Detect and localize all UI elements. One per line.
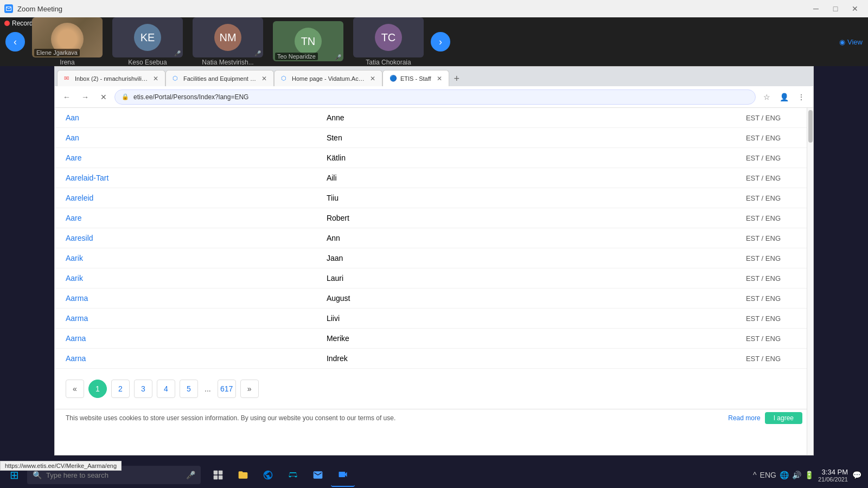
person-link[interactable]: Aarelaid-Tart xyxy=(66,174,108,182)
tab-label-1: Inbox (2) - nmachurishvili@cu.e... xyxy=(75,75,148,82)
i-agree-button[interactable]: I agree xyxy=(765,412,802,424)
person-link[interactable]: Aan xyxy=(66,113,79,122)
reload-button[interactable]: ✕ xyxy=(96,89,111,105)
page-4-button[interactable]: 4 xyxy=(157,380,175,398)
back-button[interactable]: ← xyxy=(59,89,74,105)
zoom-next-button[interactable]: › xyxy=(431,32,450,52)
cookie-message: This website uses cookies to store user … xyxy=(66,414,724,422)
participant-3: NM 🎤 Natia Mestvirish... xyxy=(190,17,266,66)
close-button[interactable]: ✕ xyxy=(846,1,864,16)
mail-button[interactable] xyxy=(306,463,330,487)
person-link[interactable]: Aarna xyxy=(66,334,86,343)
microphone-icon[interactable]: 🎤 xyxy=(186,471,195,479)
view-button[interactable]: ◉ View xyxy=(839,38,863,46)
person-link[interactable]: Aarma xyxy=(66,294,88,303)
profile-button[interactable]: 👤 xyxy=(776,89,792,105)
battery-icon[interactable]: 🔋 xyxy=(805,471,814,479)
tray-icons: ^ ENG 🌐 🔊 🔋 xyxy=(753,471,814,479)
clock[interactable]: 3:34 PM 21/06/2021 xyxy=(818,468,848,483)
lang-cell: EST / ENG xyxy=(499,188,813,208)
tab-close-2[interactable]: ✕ xyxy=(261,75,267,82)
lastname-cell: Aarelaid-Tart xyxy=(55,168,316,188)
participant-video-2: KE 🎤 xyxy=(112,17,183,57)
page-1-button[interactable]: 1 xyxy=(88,380,107,398)
file-explorer-button[interactable] xyxy=(231,463,255,487)
page-5-button[interactable]: 5 xyxy=(180,380,198,398)
volume-icon[interactable]: 🔊 xyxy=(792,471,801,479)
taskbar: ⊞ 🔍 Type here to search 🎤 ^ ENG 🌐 xyxy=(0,462,868,488)
zoom-taskbar-button[interactable] xyxy=(331,463,355,487)
person-link[interactable]: Aarik xyxy=(66,274,83,282)
show-hidden-icons-button[interactable]: ^ xyxy=(753,471,757,479)
network-icon[interactable]: 🌐 xyxy=(780,471,789,479)
lastname-cell: Aarna xyxy=(55,349,316,369)
tab-3[interactable]: ⬡ Home page - Vidatum.Academic... ✕ xyxy=(274,70,382,86)
table-row: Aareleid Tiiu EST / ENG xyxy=(55,188,813,208)
tab-label-2: Facilities and Equipment - Vidat... xyxy=(183,75,256,82)
table-row: Aare Robert EST / ENG xyxy=(55,208,813,228)
menu-button[interactable]: ⋮ xyxy=(794,89,809,105)
tab-4[interactable]: 🔵 ETIS - Staff ✕ xyxy=(382,70,449,86)
page-next-button[interactable]: » xyxy=(240,380,259,398)
tab-close-1[interactable]: ✕ xyxy=(153,75,158,82)
forward-button[interactable]: → xyxy=(78,89,93,105)
view-label: View xyxy=(847,38,863,46)
store-button[interactable] xyxy=(281,463,305,487)
page-last-button[interactable]: 617 xyxy=(218,380,236,398)
read-more-link[interactable]: Read more xyxy=(728,414,760,422)
clock-time: 3:34 PM xyxy=(818,468,848,476)
lastname-cell: Aaresild xyxy=(55,228,316,248)
browser-toolbar: ← → ✕ 🔒 etis.ee/Portal/Persons/Index?lan… xyxy=(55,86,813,108)
person-link[interactable]: Aarma xyxy=(66,314,88,323)
zoom-prev-button[interactable]: ‹ xyxy=(5,32,25,52)
lang-cell: EST / ENG xyxy=(499,128,813,148)
tab-favicon-2: ⬡ xyxy=(173,75,180,82)
task-view-button[interactable] xyxy=(206,463,230,487)
person-link[interactable]: Aare xyxy=(66,214,82,222)
maximize-button[interactable]: □ xyxy=(827,1,844,16)
page-2-button[interactable]: 2 xyxy=(111,380,130,398)
person-link[interactable]: Aan xyxy=(66,133,79,142)
lang-cell: EST / ENG xyxy=(499,268,813,288)
tab-favicon-1: ✉ xyxy=(64,75,72,82)
table-row: Aaresild Ann EST / ENG xyxy=(55,228,813,248)
minimize-button[interactable]: ─ xyxy=(807,1,825,16)
scrollbar-thumb[interactable] xyxy=(808,110,813,143)
firstname-cell: Robert xyxy=(316,208,499,228)
page-3-button[interactable]: 3 xyxy=(134,380,152,398)
participant-1: Elene Jgarkava Irena xyxy=(29,17,105,66)
view-icon: ◉ xyxy=(839,38,845,46)
tab-1[interactable]: ✉ Inbox (2) - nmachurishvili@cu.e... ✕ xyxy=(57,70,165,86)
tab-2[interactable]: ⬡ Facilities and Equipment - Vidat... ✕ xyxy=(165,70,274,86)
lang-cell: EST / ENG xyxy=(499,309,813,329)
participant-mute-2: 🎤 xyxy=(174,50,181,56)
notification-button[interactable]: 💬 xyxy=(852,471,861,479)
language-indicator[interactable]: ENG xyxy=(760,471,776,479)
person-link[interactable]: Aarna xyxy=(66,354,86,363)
page-prev-button[interactable]: « xyxy=(66,380,84,398)
lastname-cell: Aarik xyxy=(55,268,316,288)
tab-close-3[interactable]: ✕ xyxy=(370,75,375,82)
firstname-cell: Anne xyxy=(316,108,499,128)
status-url-bar: https://www.etis.ee/CV/Merike_Aarma/eng xyxy=(0,461,122,471)
cookie-consent-bar: This website uses cookies to store user … xyxy=(55,409,813,426)
tab-close-4[interactable]: ✕ xyxy=(437,75,442,82)
svg-rect-2 xyxy=(214,476,218,480)
bookmark-button[interactable]: ☆ xyxy=(759,89,774,105)
taskbar-system-tray: ^ ENG 🌐 🔊 🔋 3:34 PM 21/06/2021 💬 xyxy=(753,468,866,483)
zoom-meeting-bar: Recording ‹ Elene Jgarkava Irena KE 🎤 Ke… xyxy=(0,17,868,66)
participant-name-5: Tatia Chokoraia xyxy=(366,59,411,66)
browser-tabs-bar: ✉ Inbox (2) - nmachurishvili@cu.e... ✕ ⬡… xyxy=(55,67,813,86)
participant-avatar-4: TN xyxy=(295,28,322,55)
person-link[interactable]: Aare xyxy=(66,153,82,162)
address-bar[interactable]: 🔒 etis.ee/Portal/Persons/Index?lang=ENG xyxy=(114,89,756,105)
participant-video-5: TC xyxy=(353,17,424,57)
scrollbar-track[interactable] xyxy=(807,108,813,455)
new-tab-button[interactable]: + xyxy=(449,71,464,86)
lang-cell: EST / ENG xyxy=(499,168,813,188)
person-link[interactable]: Aarik xyxy=(66,254,83,262)
search-placeholder: Type here to search xyxy=(46,471,108,479)
edge-browser-button[interactable] xyxy=(256,463,280,487)
person-link[interactable]: Aaresild xyxy=(66,234,93,242)
person-link[interactable]: Aareleid xyxy=(66,194,93,202)
